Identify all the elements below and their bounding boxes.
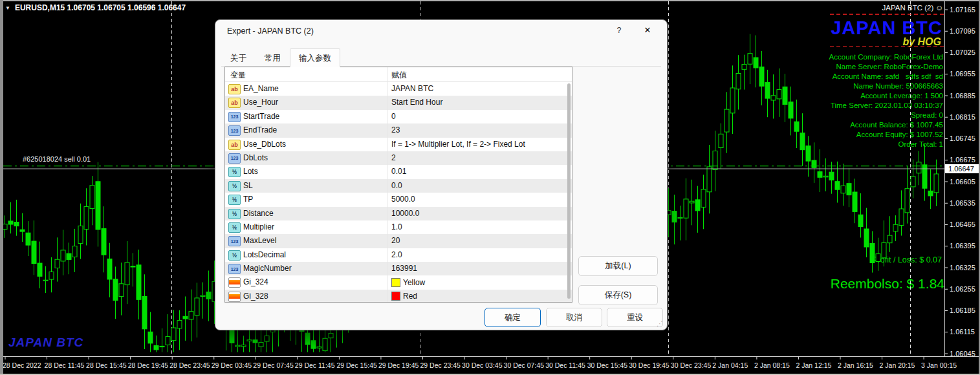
param-row-DbLots[interactable]: 123DbLots2 <box>225 151 572 165</box>
bear-candle <box>311 341 316 348</box>
load-button[interactable]: 加载(L) <box>578 256 658 276</box>
param-row-StartTrade[interactable]: 123StartTrade0 <box>225 110 572 123</box>
bear-candle <box>672 211 677 222</box>
current-price-tag: 1.06647 <box>945 164 979 173</box>
bear-candle <box>20 230 25 231</box>
cancel-button[interactable]: 取消 <box>546 308 602 327</box>
param-row-Gi_328[interactable]: Gi_328Red <box>225 290 572 303</box>
param-value-text: 0.01 <box>391 167 406 176</box>
dialog-tabs: 关于常用输入参数 <box>221 48 340 67</box>
parameters-table[interactable]: 变量 赋值 abEA_NameJAPAN BTCabUse_HourStart … <box>224 67 572 303</box>
price-axis-label: 1.06115 <box>950 328 975 336</box>
param-value[interactable]: 10000.0 <box>391 209 419 218</box>
param-value[interactable]: If = 1-> Multiplier Lot, If = 2-> Fixed … <box>391 140 525 149</box>
bear-candle <box>789 102 793 118</box>
symbol-dropdown-icon[interactable]: ▼ <box>5 5 10 11</box>
param-row-Use_DbLots[interactable]: abUse_DbLotsIf = 1-> Multiplier Lot, If … <box>225 138 572 151</box>
param-value[interactable]: 2.0 <box>391 250 402 259</box>
smiley-icon: ☺ <box>935 4 943 12</box>
param-value[interactable]: Start End Hour <box>391 98 442 107</box>
bear-candle <box>26 233 30 245</box>
price-axis-label: 1.06815 <box>950 113 975 121</box>
table-scrollbar[interactable] <box>567 83 571 299</box>
price-axis-label: 1.06325 <box>950 264 975 272</box>
param-type-dbl-icon: ½ <box>228 167 241 177</box>
price-axis-label: 1.06045 <box>950 350 975 358</box>
param-value-text: Yellow <box>403 278 425 287</box>
param-row-Lots[interactable]: ½Lots0.01 <box>225 165 572 178</box>
bull-candle <box>329 334 333 338</box>
time-axis-label: 28 Dec 11:45 <box>45 361 85 369</box>
param-row-Distance[interactable]: ½Distance10000.0 <box>225 207 572 220</box>
time-axis-label: 2 Jan 16:15 <box>838 361 873 369</box>
ok-button[interactable]: 确定 <box>485 308 541 327</box>
tab-输入参数[interactable]: 输入参数 <box>290 48 340 67</box>
param-type-clr-icon <box>228 277 241 288</box>
param-row-LotsDecimal[interactable]: ½LotsDecimal2.0 <box>225 248 572 262</box>
bull-candle <box>899 209 904 226</box>
bull-candle <box>49 272 54 280</box>
param-value[interactable]: 0.01 <box>391 167 406 176</box>
tab-常用[interactable]: 常用 <box>256 48 290 67</box>
column-header-value: 赋值 <box>391 70 407 81</box>
bull-candle <box>934 174 939 193</box>
param-row-EA_Name[interactable]: abEA_NameJAPAN BTC <box>225 82 572 96</box>
param-value-text: 20 <box>391 236 400 245</box>
param-name: Gi_328 <box>243 292 268 301</box>
param-value-text: 163991 <box>391 264 417 273</box>
price-axis-label: 1.07165 <box>950 6 975 14</box>
help-button[interactable]: ? <box>614 26 624 35</box>
expert-properties-dialog: Expert - JAPAN BTC (2) ? ✕ 关于常用输入参数 变量 赋… <box>215 19 668 330</box>
param-value[interactable]: 23 <box>391 125 400 134</box>
param-name: EA_Name <box>243 84 279 93</box>
param-row-SL[interactable]: ½SL0.0 <box>225 179 572 193</box>
bear-candle <box>794 122 799 131</box>
param-value[interactable]: Red <box>391 292 417 301</box>
bear-candle <box>818 172 822 178</box>
bull-candle <box>119 284 124 297</box>
bull-candle <box>3 224 7 230</box>
param-type-str-icon: ab <box>228 98 241 108</box>
param-value[interactable]: Yellow <box>391 277 425 287</box>
save-button[interactable]: 保存(S) <box>578 285 658 305</box>
param-name: Use_Hour <box>243 98 278 107</box>
param-name: StartTrade <box>243 112 279 121</box>
param-row-Use_Hour[interactable]: abUse_HourStart End Hour <box>225 96 572 109</box>
param-value[interactable]: 1.0 <box>391 222 402 231</box>
time-axis-label: 30 Dec 15:45 <box>587 361 627 369</box>
time-axis-label: 2 Jan 20:15 <box>880 361 915 369</box>
param-row-EndTrade[interactable]: 123EndTrade23 <box>225 123 572 137</box>
bull-candle <box>887 235 892 243</box>
param-value-text: 0 <box>391 112 396 121</box>
bull-candle <box>905 189 909 213</box>
param-value[interactable]: 0 <box>391 112 396 121</box>
color-swatch <box>391 292 400 301</box>
param-value[interactable]: 2 <box>391 153 396 162</box>
tab-关于[interactable]: 关于 <box>221 48 256 67</box>
time-axis-label: 28 Dec 23:45 <box>169 361 210 369</box>
param-row-Gi_324[interactable]: Gi_324Yellow <box>225 275 572 289</box>
param-value[interactable]: JAPAN BTC <box>391 84 433 93</box>
param-value[interactable]: 0.0 <box>391 181 402 190</box>
bull-candle <box>713 151 717 170</box>
param-value[interactable]: 5000.0 <box>391 195 415 204</box>
bull-candle <box>724 109 729 132</box>
param-row-MagicNumber[interactable]: 123MagicNumber163991 <box>225 262 572 275</box>
bear-candle <box>38 263 42 276</box>
time-axis-label: 2 Jan 04:15 <box>712 361 748 369</box>
bear-candle <box>695 200 700 211</box>
bull-candle <box>195 298 199 316</box>
close-icon[interactable]: ✕ <box>642 25 653 35</box>
resize-grip[interactable]: ⋰ <box>657 320 664 327</box>
param-row-TP[interactable]: ½TP5000.0 <box>225 193 572 206</box>
param-row-MaxLevel[interactable]: 123MaxLevel20 <box>225 234 572 248</box>
param-value[interactable]: 163991 <box>391 264 417 273</box>
bull-candle <box>893 224 898 231</box>
bear-candle <box>154 346 158 350</box>
param-value-text: 0.0 <box>391 181 402 190</box>
param-row-Multiplier[interactable]: ½Multiplier1.0 <box>225 220 572 234</box>
param-type-str-icon: ab <box>228 84 241 94</box>
param-value[interactable]: 20 <box>391 236 400 245</box>
time-axis-label: 30 Dec 19:45 <box>629 361 669 369</box>
reset-button[interactable]: 重设 <box>607 308 663 327</box>
